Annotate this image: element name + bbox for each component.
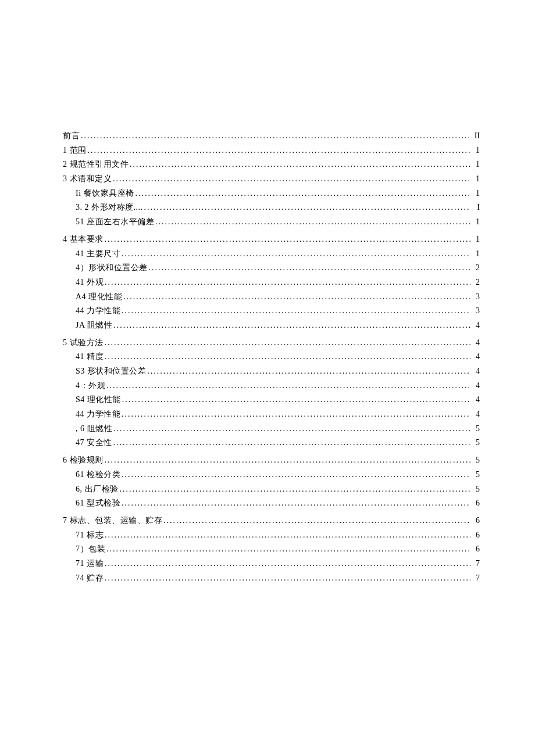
toc-leader-dots bbox=[113, 424, 470, 434]
toc-leader-dots bbox=[147, 366, 470, 377]
toc-entry: Ii 餐饮家具座椅1 bbox=[63, 188, 480, 199]
toc-entry-label: 4）形状和位置公差 bbox=[76, 263, 148, 273]
toc-entry-page: 2 bbox=[472, 263, 480, 273]
toc-leader-dots bbox=[155, 217, 470, 227]
toc-entry-label: 4 基本要求 bbox=[63, 234, 104, 245]
toc-entry: 41 精度4 bbox=[63, 352, 480, 362]
toc-entry-page: 3 bbox=[472, 306, 480, 316]
toc-leader-dots bbox=[105, 277, 470, 288]
toc-entry-page: 6 bbox=[472, 498, 480, 508]
toc-entry-label: 1 范围 bbox=[63, 145, 87, 156]
toc-entry-page: 1 bbox=[472, 234, 480, 245]
toc-leader-dots bbox=[123, 292, 470, 302]
toc-leader-dots bbox=[122, 498, 470, 508]
toc-leader-dots bbox=[105, 352, 470, 362]
toc-entry: A4 理化性能3 bbox=[63, 292, 480, 302]
toc-leader-dots bbox=[105, 338, 471, 348]
toc-leader-dots bbox=[163, 515, 470, 526]
toc-entry-label: 61 检验分类 bbox=[76, 470, 120, 480]
toc-entry-page: 5 bbox=[472, 438, 480, 448]
toc-leader-dots bbox=[105, 530, 470, 540]
toc-leader-dots bbox=[105, 455, 471, 465]
toc-entry-label: 2 规范性引用文件 bbox=[63, 159, 129, 170]
toc-leader-dots bbox=[106, 381, 470, 391]
toc-entry: 6, 出厂检验5 bbox=[63, 484, 480, 495]
toc-entry-page: 4 bbox=[472, 338, 480, 348]
toc-entry-label: 7）包装 bbox=[76, 544, 105, 554]
toc-entry-label: 44 力学性能 bbox=[76, 306, 120, 316]
toc-entry: JA 阻燃性4 bbox=[63, 320, 480, 331]
toc-leader-dots bbox=[130, 159, 470, 170]
toc-entry-label: 44 力学性能 bbox=[76, 409, 120, 420]
toc-entry-label: 41 主要尺寸 bbox=[76, 249, 120, 259]
toc-entry: 4：外观4 bbox=[63, 381, 480, 391]
toc-entry-page: 7 bbox=[472, 558, 480, 569]
toc-entry-label: 71 标志 bbox=[76, 530, 104, 540]
toc-entry: 71 运输7 bbox=[63, 558, 480, 569]
toc-entry-page: 5 bbox=[472, 484, 480, 495]
toc-leader-dots bbox=[144, 202, 471, 213]
toc-entry-label: , 6 阻燃性 bbox=[76, 424, 112, 434]
toc-entry: 3. 2 外形对称度....I bbox=[63, 202, 480, 213]
toc-entry-page: 6 bbox=[472, 544, 480, 554]
toc-entry-label: 7 标志、包装、运输、贮存 bbox=[63, 515, 162, 526]
toc-entry: 41 主要尺寸1 bbox=[63, 249, 480, 259]
toc-entry-label: 41 精度 bbox=[76, 352, 104, 362]
toc-entry: 4）形状和位置公差2 bbox=[63, 263, 480, 273]
toc-entry: 47 安全性5 bbox=[63, 438, 480, 448]
toc-entry-label: 41 外观 bbox=[76, 277, 104, 288]
toc-entry: 61 检验分类5 bbox=[63, 470, 480, 480]
toc-entry-page: 4 bbox=[472, 320, 480, 331]
toc-entry-label: 61 型式检验 bbox=[76, 498, 120, 508]
toc-leader-dots bbox=[81, 131, 470, 141]
toc-entry-page: 4 bbox=[472, 381, 480, 391]
toc-entry: 71 标志6 bbox=[63, 530, 480, 540]
toc-entry-page: 1 bbox=[472, 159, 480, 170]
toc-leader-dots bbox=[149, 263, 471, 273]
toc-entry: 44 力学性能4 bbox=[63, 409, 480, 420]
toc-entry-label: 51 座面左右水平偏差 bbox=[76, 217, 154, 227]
toc-entry: 74 贮存7 bbox=[63, 573, 480, 583]
toc-entry: 4 基本要求1 bbox=[63, 234, 480, 245]
toc-entry-page: 4 bbox=[472, 395, 480, 405]
toc-entry-page: 5 bbox=[472, 470, 480, 480]
toc-entry-page: 5 bbox=[472, 455, 480, 465]
toc-entry: 5 试验方法4 bbox=[63, 338, 480, 348]
toc-leader-dots bbox=[113, 320, 470, 331]
toc-entry-label: 5 试验方法 bbox=[63, 338, 104, 348]
toc-leader-dots bbox=[105, 234, 471, 245]
toc-entry-label: 71 运输 bbox=[76, 558, 104, 569]
toc-leader-dots bbox=[135, 188, 470, 199]
table-of-contents: 前言II1 范围12 规范性引用文件13 术语和定义1Ii 餐饮家具座椅13. … bbox=[63, 131, 480, 583]
toc-entry-label: 74 贮存 bbox=[76, 573, 104, 583]
toc-entry-page: 1 bbox=[472, 145, 480, 156]
toc-leader-dots bbox=[120, 484, 471, 495]
toc-leader-dots bbox=[88, 145, 471, 156]
toc-leader-dots bbox=[105, 558, 470, 569]
toc-leader-dots bbox=[122, 249, 470, 259]
toc-leader-dots bbox=[105, 573, 470, 583]
toc-entry-label: 47 安全性 bbox=[76, 438, 112, 448]
toc-entry: S4 理化性能4 bbox=[63, 395, 480, 405]
toc-entry-page: I bbox=[472, 202, 480, 213]
toc-entry-page: 1 bbox=[472, 217, 480, 227]
toc-entry-page: 6 bbox=[472, 530, 480, 540]
toc-entry-page: 3 bbox=[472, 292, 480, 302]
toc-entry-page: 7 bbox=[472, 573, 480, 583]
toc-leader-dots bbox=[122, 306, 470, 316]
toc-entry-page: 1 bbox=[472, 174, 480, 184]
toc-entry: 41 外观2 bbox=[63, 277, 480, 288]
toc-entry-label: 4：外观 bbox=[76, 381, 105, 391]
toc-entry-page: 4 bbox=[472, 366, 480, 377]
toc-entry-page: 1 bbox=[472, 188, 480, 199]
toc-entry-label: 前言 bbox=[63, 131, 80, 141]
toc-entry-label: S3 形状和位置公差 bbox=[76, 366, 146, 377]
toc-entry-page: 1 bbox=[472, 249, 480, 259]
toc-entry: , 6 阻燃性5 bbox=[63, 424, 480, 434]
toc-entry-label: A4 理化性能 bbox=[76, 292, 122, 302]
toc-entry: 前言II bbox=[63, 131, 480, 141]
toc-entry-label: 6 检验规则 bbox=[63, 455, 104, 465]
toc-entry: 51 座面左右水平偏差1 bbox=[63, 217, 480, 227]
toc-leader-dots bbox=[122, 470, 470, 480]
toc-entry-label: 6, 出厂检验 bbox=[76, 484, 119, 495]
